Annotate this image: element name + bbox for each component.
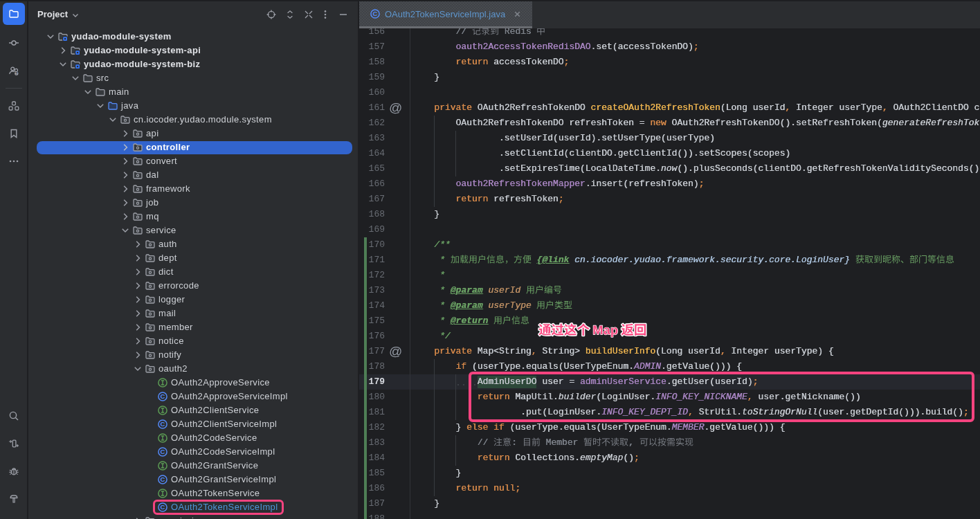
svg-text:C: C bbox=[161, 448, 165, 455]
svg-text:C: C bbox=[161, 475, 165, 483]
svg-text:C: C bbox=[373, 10, 378, 17]
svg-text:C: C bbox=[161, 420, 165, 428]
svg-text:C: C bbox=[161, 392, 165, 400]
